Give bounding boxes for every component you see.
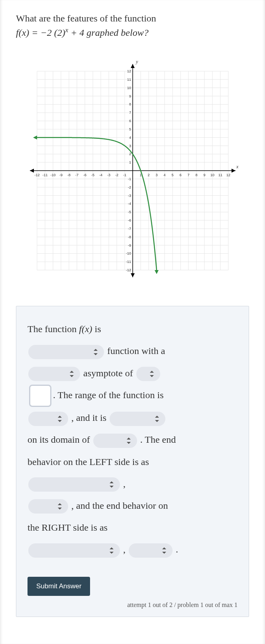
svg-text:1: 1 [129, 160, 131, 164]
dropdown-asymptote-type[interactable] [28, 367, 80, 381]
svg-text:x: x [236, 164, 239, 169]
dropdown-left-x[interactable] [28, 477, 120, 492]
chevron-updown-icon [109, 547, 114, 554]
svg-text:-9: -9 [59, 173, 62, 177]
svg-text:3: 3 [129, 144, 131, 148]
dropdown-right-y[interactable] [129, 543, 173, 558]
svg-text:-8: -8 [67, 173, 70, 177]
question-text: What are the features of the function f(… [16, 12, 249, 39]
svg-text:9: 9 [203, 173, 205, 177]
svg-text:6: 6 [129, 119, 131, 123]
svg-text:-8: -8 [128, 235, 131, 239]
svg-text:11: 11 [218, 173, 222, 177]
submit-button[interactable]: Submit Answer [27, 577, 90, 596]
svg-text:-1: -1 [128, 177, 131, 181]
svg-text:-10: -10 [126, 252, 131, 256]
svg-text:y: y [135, 59, 138, 64]
dropdown-monotonic[interactable] [110, 412, 165, 426]
svg-marker-55 [131, 273, 135, 277]
svg-text:-3: -3 [107, 173, 110, 177]
svg-text:8: 8 [195, 173, 197, 177]
chevron-updown-icon [109, 481, 114, 488]
graph-container: -12-11-10-9-8-7-6-5-4-3-2-11234567891011… [16, 59, 249, 282]
svg-text:6: 6 [179, 173, 181, 177]
chevron-updown-icon [149, 370, 155, 377]
attempt-status: attempt 1 out of 2 / problem 1 out of ma… [27, 601, 238, 609]
svg-text:5: 5 [129, 127, 131, 131]
svg-marker-52 [232, 169, 236, 173]
svg-text:10: 10 [210, 173, 214, 177]
svg-text:-4: -4 [99, 173, 102, 177]
question-formula: f(x) = −2 (2)x + 4 graphed below? [16, 27, 149, 38]
chevron-updown-icon [69, 370, 75, 377]
svg-marker-54 [131, 64, 135, 68]
svg-text:-9: -9 [128, 243, 131, 247]
svg-text:4: 4 [129, 136, 131, 140]
svg-text:2: 2 [147, 173, 149, 177]
question-line1: What are the features of the function [16, 13, 156, 23]
svg-text:-11: -11 [126, 260, 131, 264]
svg-text:-3: -3 [128, 194, 131, 198]
dropdown-left-y[interactable] [28, 499, 68, 514]
dropdown-range[interactable] [28, 412, 68, 426]
svg-marker-107 [155, 270, 159, 274]
svg-text:8: 8 [129, 103, 131, 107]
chevron-updown-icon [161, 547, 167, 554]
svg-marker-53 [30, 169, 34, 173]
svg-text:-5: -5 [91, 173, 94, 177]
chevron-updown-icon [93, 348, 98, 356]
chevron-updown-icon [154, 415, 160, 422]
chevron-updown-icon [57, 503, 63, 510]
svg-text:12: 12 [127, 69, 131, 73]
svg-text:10: 10 [127, 86, 131, 90]
svg-text:4: 4 [163, 173, 165, 177]
svg-text:-7: -7 [75, 173, 78, 177]
svg-text:-10: -10 [50, 173, 55, 177]
svg-text:9: 9 [129, 94, 131, 98]
svg-text:-7: -7 [128, 227, 131, 231]
svg-text:-11: -11 [42, 173, 47, 177]
dropdown-right-x[interactable] [28, 543, 120, 558]
svg-text:3: 3 [155, 173, 157, 177]
svg-text:-2: -2 [115, 173, 118, 177]
svg-text:11: 11 [127, 78, 131, 82]
svg-text:7: 7 [187, 173, 189, 177]
svg-text:12: 12 [226, 173, 230, 177]
dropdown-domain[interactable] [93, 434, 137, 448]
chevron-updown-icon [126, 437, 132, 444]
asymptote-value-input[interactable] [29, 385, 51, 407]
svg-text:-4: -4 [128, 202, 131, 206]
answer-panel: The function f(x) is function with a asy… [16, 306, 249, 617]
function-graph: -12-11-10-9-8-7-6-5-4-3-2-11234567891011… [25, 59, 240, 282]
svg-text:7: 7 [129, 111, 131, 115]
svg-text:-6: -6 [83, 173, 86, 177]
svg-text:-12: -12 [126, 268, 131, 272]
svg-text:-5: -5 [128, 210, 131, 214]
svg-text:-2: -2 [128, 185, 131, 189]
chevron-updown-icon [57, 415, 63, 422]
svg-text:-12: -12 [34, 173, 39, 177]
dropdown-function-type[interactable] [28, 345, 104, 359]
svg-text:2: 2 [129, 152, 131, 156]
answer-sentence: The function f(x) is function with a asy… [27, 318, 238, 560]
svg-text:5: 5 [171, 173, 173, 177]
dropdown-asymptote-var[interactable] [136, 367, 160, 381]
svg-text:-6: -6 [128, 218, 131, 222]
svg-marker-106 [33, 136, 37, 140]
svg-text:-1: -1 [123, 173, 126, 177]
